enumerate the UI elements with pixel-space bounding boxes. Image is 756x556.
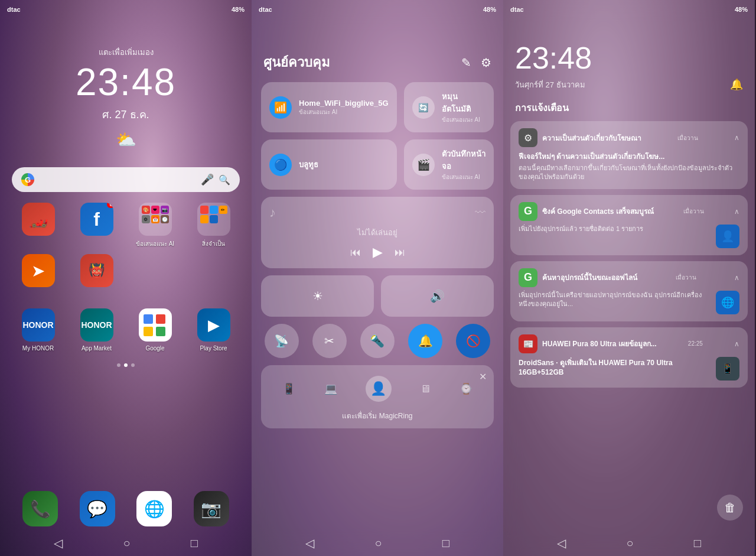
app-google[interactable]: Google [129,308,181,352]
notif-icon-find: G [519,268,537,287]
cc-play-btn[interactable]: ▶ [373,245,383,260]
cc-next-btn[interactable]: ⏭ [395,246,405,259]
cc-media-section: ♪ 〰 ไม่ได้เล่นอยู่ ⏮ ▶ ⏭ [252,190,503,268]
nav-recents-notif[interactable]: □ [694,537,701,550]
cc-wifi-tile[interactable]: 📶 Home_WiFi_bigglive_5G ข้อเสนอแนะ AI [261,82,397,132]
notif-app-row-huawei: 📰 HUAWEI Pura 80 Ultra เผยข้อมูลก... [519,334,657,353]
notif-content-find: เพิ่มอุปกรณ์นี้ในเครือข่ายแอปหาอุปกรณ์ขอ… [519,291,710,309]
nav-recents-home[interactable]: □ [191,537,198,550]
notif-clear-btn[interactable]: 🗑 [717,495,743,521]
app-app-market[interactable]: HONOR App Market [70,308,123,352]
dock-camera[interactable]: 📷 [194,491,229,526]
notif-expand-contacts[interactable]: ∧ [734,207,739,216]
app-play-store[interactable]: ▶ Play Store [187,308,240,352]
nav-home-cc[interactable]: ○ [374,537,382,550]
cc-settings-icon[interactable]: ⚙ [481,56,491,70]
cc-header: ศูนย์ควบคุม ✎ ⚙ [252,17,503,82]
dot-2 [124,363,128,367]
cc-prev-btn[interactable]: ⏮ [350,246,361,259]
g-blue [144,314,153,324]
nav-bar-home: ◁ ○ □ [0,530,252,556]
cc-torch-btn[interactable]: 🔦 [360,324,395,358]
nav-back-cc[interactable]: ◁ [305,536,314,550]
nav-home-notif[interactable]: ○ [626,537,633,550]
weather-icon: ⛅ [0,130,252,149]
cc-scissors-btn[interactable]: ✂ [312,324,347,358]
cc-edit-icon[interactable]: ✎ [461,56,471,70]
nav-recents-cc[interactable]: □ [442,537,449,550]
cc-screen-record-tile[interactable]: 🎬 ตัวบันทึกหน้าจอ ข้อเสนอแนะ AI [404,139,494,190]
notif-card-contacts[interactable]: G ซิงค์ Google Contacts เสร็จสมบูรณ์ เมื… [510,195,748,255]
g-red [156,314,165,324]
notif-section-title: การแจ้งเตือน [503,100,755,121]
cc-slider-row: ☀ 🔊 [252,268,503,324]
dock-phone[interactable]: 📞 [22,491,58,526]
ft-mini-5 [210,215,218,223]
folder-mini-3: 📷 [161,206,169,214]
app-folder-ai[interactable]: 🎨 ❤ 📷 ⚙ 📅 🕐 ข้อเสนอแนะ AI [129,203,181,248]
app-arrow[interactable]: ➤ [12,254,64,291]
nav-home-home[interactable]: ○ [123,537,130,550]
folder-todo-label: สิ่งจำเป็น [202,239,225,248]
notif-bell-icon[interactable]: 🔔 [730,78,743,91]
page-dots [0,363,252,367]
cc-screen-record-name: ตัวบันทึกหน้าจอ [442,148,485,173]
dock-chat[interactable]: 💬 [80,491,115,526]
cc-bell-btn[interactable]: 🔔 [408,324,442,358]
magic-avatar[interactable]: 👤 [366,376,392,402]
notif-time: 23:48 [503,17,755,76]
notif-name-privacy: ความเป็นส่วนตัวเกี่ยวกับโฆษณา [542,132,641,144]
search-bar[interactable]: G 🎤 🔍 [12,167,240,192]
app-grid-row2: ➤ 👹 [0,248,252,291]
cc-bluetooth-icon: 🔵 [269,154,292,176]
dot-3 [131,363,135,367]
app-my-honor[interactable]: HONOR My HONOR [12,308,64,352]
notif-card-privacy[interactable]: ⚙ ความเป็นส่วนตัวเกี่ยวกับโฆษณา เมื่อวาน… [510,121,748,189]
status-bar-cc: dtac 48% [252,0,503,17]
nav-back-notif[interactable]: ◁ [557,536,566,550]
magic-icon-2: 💻 [324,382,337,395]
notif-header-contacts: G ซิงค์ Google Contacts เสร็จสมบูรณ์ เมื… [519,202,739,221]
google-label: Google [145,345,164,352]
cc-ai-toggle-tile[interactable]: 🔄 หมุนอัตโนมัติ ข้อเสนอแนะ AI [404,82,494,132]
mic-icon[interactable]: 🎤 [201,173,214,186]
notif-card-find[interactable]: G ค้นหาอุปกรณ์นี้ในขณะออฟไลน์ เมื่อวาน ∧… [510,261,748,321]
app-folder-todo[interactable]: ✏ สิ่งจำเป็น [187,203,240,248]
cc-dnd-btn[interactable]: 🚫 [456,324,490,358]
lock-date: ศ. 27 ธ.ค. [0,106,252,123]
battery-home: 48% [232,6,245,13]
dock-chrome[interactable]: 🌐 [136,491,172,526]
cc-screen-record-text: ตัวบันทึกหน้าจอ ข้อเสนอแนะ AI [442,148,485,181]
notif-content-contacts: เพิ่มไปยังอุปกรณ์แล้ว รายชื่อติดต่อ 1 รา… [519,225,710,233]
play-store-icon: ▶ [197,308,230,342]
cc-media-tile: ♪ 〰 ไม่ได้เล่นอยู่ ⏮ ▶ ⏭ [261,197,494,268]
car-game-icon: 🏎️ [22,203,55,236]
app-redhead[interactable]: 👹 [70,254,123,291]
notif-card-huawei[interactable]: 📰 HUAWEI Pura 80 Ultra เผยข้อมูลก... 22:… [510,327,748,388]
app-facebook[interactable]: f 6 [70,203,123,248]
notif-expand-privacy[interactable]: ∧ [734,134,739,142]
magic-icon-4: ⌚ [460,382,472,395]
magic-device-2: 💻 [324,382,337,395]
cc-bluetooth-name: บลูทูธ [299,158,389,171]
notif-header-privacy: ⚙ ความเป็นส่วนตัวเกี่ยวกับโฆษณา เมื่อวาน… [519,128,739,147]
notif-app-row-contacts: G ซิงค์ Google Contacts เสร็จสมบูรณ์ [519,202,654,221]
cc-title: ศูนย์ควบคุม [263,52,330,73]
nav-back-home[interactable]: ◁ [54,536,63,550]
magic-ring-card: ✕ 📱 💻 👤 🖥 ⌚ แตะเพื่อเริ่ม MagicRing [261,365,494,428]
cc-volume-tile[interactable]: 🔊 [381,275,494,317]
cc-brightness-tile[interactable]: ☀ [261,275,374,317]
cc-media-controls: ⏮ ▶ ⏭ [350,245,405,260]
cc-hotspot-btn[interactable]: 📡 [265,324,299,358]
camera-search-icon[interactable]: 🔍 [219,174,230,186]
cc-bluetooth-tile[interactable]: 🔵 บลูทูธ [261,139,397,190]
magic-device-4: ⌚ [460,382,472,395]
cc-header-icons: ✎ ⚙ [461,56,491,70]
app-car-game[interactable]: 🏎️ [12,203,64,248]
notif-icon-huawei: 📰 [519,334,537,353]
magic-close-btn[interactable]: ✕ [479,371,487,382]
notif-expand-find[interactable]: ∧ [734,274,739,282]
notif-time-find: เมื่อวาน [676,273,696,282]
ft-mini-3: ✏ [219,206,227,214]
notif-expand-huawei[interactable]: ∧ [734,340,739,348]
